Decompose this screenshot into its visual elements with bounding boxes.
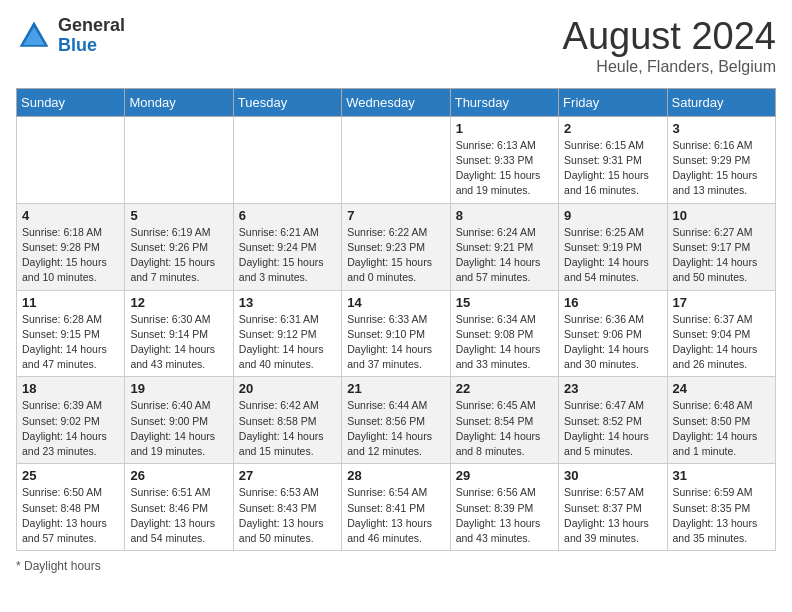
calendar-cell: 6Sunrise: 6:21 AM Sunset: 9:24 PM Daylig… (233, 203, 341, 290)
day-detail: Sunrise: 6:53 AM Sunset: 8:43 PM Dayligh… (239, 485, 336, 546)
day-detail: Sunrise: 6:28 AM Sunset: 9:15 PM Dayligh… (22, 312, 119, 373)
calendar-cell: 16Sunrise: 6:36 AM Sunset: 9:06 PM Dayli… (559, 290, 667, 377)
day-number: 9 (564, 208, 661, 223)
day-detail: Sunrise: 6:56 AM Sunset: 8:39 PM Dayligh… (456, 485, 553, 546)
day-number: 21 (347, 381, 444, 396)
title-area: August 2024 Heule, Flanders, Belgium (563, 16, 776, 76)
day-number: 16 (564, 295, 661, 310)
calendar-cell: 12Sunrise: 6:30 AM Sunset: 9:14 PM Dayli… (125, 290, 233, 377)
day-number: 29 (456, 468, 553, 483)
calendar-week-row: 4Sunrise: 6:18 AM Sunset: 9:28 PM Daylig… (17, 203, 776, 290)
day-number: 6 (239, 208, 336, 223)
day-detail: Sunrise: 6:33 AM Sunset: 9:10 PM Dayligh… (347, 312, 444, 373)
day-number: 25 (22, 468, 119, 483)
day-detail: Sunrise: 6:15 AM Sunset: 9:31 PM Dayligh… (564, 138, 661, 199)
day-number: 28 (347, 468, 444, 483)
day-detail: Sunrise: 6:51 AM Sunset: 8:46 PM Dayligh… (130, 485, 227, 546)
day-detail: Sunrise: 6:39 AM Sunset: 9:02 PM Dayligh… (22, 398, 119, 459)
day-detail: Sunrise: 6:54 AM Sunset: 8:41 PM Dayligh… (347, 485, 444, 546)
calendar-cell: 22Sunrise: 6:45 AM Sunset: 8:54 PM Dayli… (450, 377, 558, 464)
daylight-note: Daylight hours (24, 559, 101, 573)
weekday-header: Friday (559, 88, 667, 116)
calendar-cell: 20Sunrise: 6:42 AM Sunset: 8:58 PM Dayli… (233, 377, 341, 464)
calendar-cell (233, 116, 341, 203)
calendar-cell: 14Sunrise: 6:33 AM Sunset: 9:10 PM Dayli… (342, 290, 450, 377)
weekday-header: Wednesday (342, 88, 450, 116)
day-detail: Sunrise: 6:42 AM Sunset: 8:58 PM Dayligh… (239, 398, 336, 459)
calendar-cell: 25Sunrise: 6:50 AM Sunset: 8:48 PM Dayli… (17, 464, 125, 551)
logo-text: General Blue (58, 16, 125, 56)
day-detail: Sunrise: 6:22 AM Sunset: 9:23 PM Dayligh… (347, 225, 444, 286)
day-number: 2 (564, 121, 661, 136)
day-number: 24 (673, 381, 770, 396)
calendar-cell: 28Sunrise: 6:54 AM Sunset: 8:41 PM Dayli… (342, 464, 450, 551)
logo-general: General (58, 15, 125, 35)
day-detail: Sunrise: 6:18 AM Sunset: 9:28 PM Dayligh… (22, 225, 119, 286)
day-number: 4 (22, 208, 119, 223)
day-number: 13 (239, 295, 336, 310)
day-number: 3 (673, 121, 770, 136)
logo: General Blue (16, 16, 125, 56)
day-detail: Sunrise: 6:16 AM Sunset: 9:29 PM Dayligh… (673, 138, 770, 199)
calendar-cell (342, 116, 450, 203)
calendar-cell: 10Sunrise: 6:27 AM Sunset: 9:17 PM Dayli… (667, 203, 775, 290)
calendar-cell: 27Sunrise: 6:53 AM Sunset: 8:43 PM Dayli… (233, 464, 341, 551)
calendar-cell: 17Sunrise: 6:37 AM Sunset: 9:04 PM Dayli… (667, 290, 775, 377)
day-number: 17 (673, 295, 770, 310)
calendar-cell: 19Sunrise: 6:40 AM Sunset: 9:00 PM Dayli… (125, 377, 233, 464)
day-detail: Sunrise: 6:45 AM Sunset: 8:54 PM Dayligh… (456, 398, 553, 459)
day-number: 27 (239, 468, 336, 483)
calendar-cell: 11Sunrise: 6:28 AM Sunset: 9:15 PM Dayli… (17, 290, 125, 377)
day-detail: Sunrise: 6:57 AM Sunset: 8:37 PM Dayligh… (564, 485, 661, 546)
day-number: 20 (239, 381, 336, 396)
day-number: 15 (456, 295, 553, 310)
calendar-cell: 13Sunrise: 6:31 AM Sunset: 9:12 PM Dayli… (233, 290, 341, 377)
day-number: 23 (564, 381, 661, 396)
day-number: 5 (130, 208, 227, 223)
calendar-cell: 18Sunrise: 6:39 AM Sunset: 9:02 PM Dayli… (17, 377, 125, 464)
calendar-cell: 29Sunrise: 6:56 AM Sunset: 8:39 PM Dayli… (450, 464, 558, 551)
day-detail: Sunrise: 6:19 AM Sunset: 9:26 PM Dayligh… (130, 225, 227, 286)
weekday-header: Monday (125, 88, 233, 116)
weekday-header: Thursday (450, 88, 558, 116)
day-number: 26 (130, 468, 227, 483)
day-detail: Sunrise: 6:25 AM Sunset: 9:19 PM Dayligh… (564, 225, 661, 286)
calendar-cell: 26Sunrise: 6:51 AM Sunset: 8:46 PM Dayli… (125, 464, 233, 551)
day-number: 31 (673, 468, 770, 483)
calendar-cell: 2Sunrise: 6:15 AM Sunset: 9:31 PM Daylig… (559, 116, 667, 203)
calendar-week-row: 18Sunrise: 6:39 AM Sunset: 9:02 PM Dayli… (17, 377, 776, 464)
calendar-cell: 4Sunrise: 6:18 AM Sunset: 9:28 PM Daylig… (17, 203, 125, 290)
day-number: 11 (22, 295, 119, 310)
footer-note: * Daylight hours (16, 559, 776, 573)
day-detail: Sunrise: 6:59 AM Sunset: 8:35 PM Dayligh… (673, 485, 770, 546)
calendar-cell: 7Sunrise: 6:22 AM Sunset: 9:23 PM Daylig… (342, 203, 450, 290)
day-detail: Sunrise: 6:13 AM Sunset: 9:33 PM Dayligh… (456, 138, 553, 199)
day-detail: Sunrise: 6:50 AM Sunset: 8:48 PM Dayligh… (22, 485, 119, 546)
month-title: August 2024 (563, 16, 776, 58)
calendar-cell: 31Sunrise: 6:59 AM Sunset: 8:35 PM Dayli… (667, 464, 775, 551)
logo-icon (16, 18, 52, 54)
day-number: 18 (22, 381, 119, 396)
logo-blue: Blue (58, 35, 97, 55)
day-number: 8 (456, 208, 553, 223)
calendar-cell (125, 116, 233, 203)
location: Heule, Flanders, Belgium (563, 58, 776, 76)
calendar-cell: 23Sunrise: 6:47 AM Sunset: 8:52 PM Dayli… (559, 377, 667, 464)
calendar-week-row: 11Sunrise: 6:28 AM Sunset: 9:15 PM Dayli… (17, 290, 776, 377)
day-detail: Sunrise: 6:27 AM Sunset: 9:17 PM Dayligh… (673, 225, 770, 286)
calendar-header-row: SundayMondayTuesdayWednesdayThursdayFrid… (17, 88, 776, 116)
calendar-cell (17, 116, 125, 203)
weekday-header: Saturday (667, 88, 775, 116)
calendar-cell: 3Sunrise: 6:16 AM Sunset: 9:29 PM Daylig… (667, 116, 775, 203)
day-detail: Sunrise: 6:36 AM Sunset: 9:06 PM Dayligh… (564, 312, 661, 373)
day-detail: Sunrise: 6:24 AM Sunset: 9:21 PM Dayligh… (456, 225, 553, 286)
day-detail: Sunrise: 6:21 AM Sunset: 9:24 PM Dayligh… (239, 225, 336, 286)
weekday-header: Tuesday (233, 88, 341, 116)
calendar-cell: 21Sunrise: 6:44 AM Sunset: 8:56 PM Dayli… (342, 377, 450, 464)
day-detail: Sunrise: 6:37 AM Sunset: 9:04 PM Dayligh… (673, 312, 770, 373)
weekday-header: Sunday (17, 88, 125, 116)
header: General Blue August 2024 Heule, Flanders… (16, 16, 776, 76)
calendar-cell: 5Sunrise: 6:19 AM Sunset: 9:26 PM Daylig… (125, 203, 233, 290)
day-detail: Sunrise: 6:34 AM Sunset: 9:08 PM Dayligh… (456, 312, 553, 373)
day-detail: Sunrise: 6:40 AM Sunset: 9:00 PM Dayligh… (130, 398, 227, 459)
